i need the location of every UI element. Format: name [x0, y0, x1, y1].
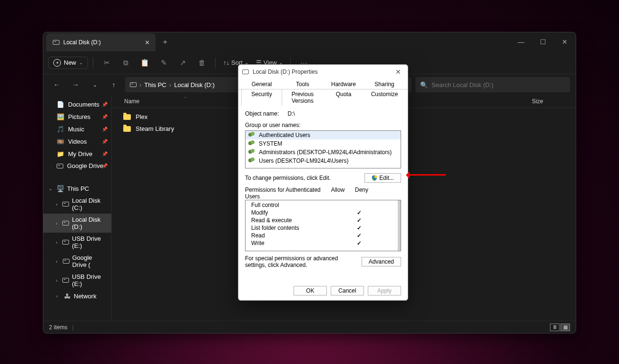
properties-tab[interactable]: Tools [282, 79, 323, 89]
item-count: 2 items [49, 324, 68, 331]
group-item[interactable]: SYSTEM [246, 139, 401, 148]
window-tab[interactable]: Local Disk (D:) ✕ [46, 33, 156, 51]
scrollbar[interactable] [398, 200, 401, 251]
properties-tab[interactable]: Customize [364, 89, 405, 106]
tree-item[interactable]: ›Google Drive ( [43, 252, 111, 271]
close-button[interactable]: ✕ [554, 32, 576, 51]
details-view-toggle[interactable]: ≣ [550, 324, 560, 331]
tree-root-this-pc[interactable]: ⌄ 🖥️ This PC [43, 182, 111, 195]
chevron-right-icon[interactable]: › [54, 294, 60, 299]
chevron-right-icon[interactable]: › [54, 240, 59, 245]
drive-icon [62, 219, 69, 227]
permissions-list[interactable]: Full controlModify✓Read & execute✓List f… [245, 200, 401, 251]
back-button[interactable]: ← [49, 77, 64, 92]
search-box[interactable]: 🔍 [415, 77, 570, 92]
ok-button[interactable]: OK [294, 286, 327, 295]
qa-label: Music [68, 126, 84, 133]
separator [215, 58, 216, 68]
permission-row: Read✓ [246, 232, 401, 239]
paste-icon[interactable]: 📋 [136, 55, 153, 70]
quick-access-item[interactable]: 🖼️Pictures📌 [43, 110, 111, 123]
large-icons-toggle[interactable]: ▦ [560, 324, 570, 331]
chevron-right-icon[interactable]: › [54, 202, 59, 207]
advanced-text: For special permissions or advanced sett… [245, 255, 358, 268]
quick-access-item[interactable]: Google Drive📌 [43, 160, 111, 172]
navigation-pane: 📄Documents📌🖼️Pictures📌🎵Music📌🎞️Videos📌📁M… [43, 95, 112, 321]
separator: | [72, 324, 74, 331]
properties-tab[interactable]: Quota [323, 89, 364, 106]
allow-header: Allow [326, 187, 350, 200]
chevron-right-icon[interactable]: › [54, 259, 59, 264]
tree-item[interactable]: ›Local Disk (D:) [43, 214, 111, 233]
allow-check: ✓ [347, 240, 371, 246]
up-chevron-icon[interactable]: ⌄ [87, 77, 102, 92]
tree-item[interactable]: ›🖧Network [43, 290, 111, 302]
group-list[interactable]: Authenticated UsersSYSTEMAdministrators … [245, 130, 401, 168]
quick-access-item[interactable]: 🎵Music📌 [43, 123, 111, 135]
properties-tab[interactable]: Sharing [364, 79, 405, 89]
new-button[interactable]: ＋ New ⌄ [48, 57, 88, 69]
dialog-buttons: OK Cancel Apply [238, 281, 408, 300]
pin-icon: 📌 [102, 102, 108, 107]
new-label: New [64, 59, 76, 66]
delete-icon[interactable]: 🗑 [193, 55, 210, 70]
group-name: SYSTEM [259, 140, 282, 147]
column-size[interactable]: Size [532, 98, 570, 105]
qa-label: Documents [68, 101, 99, 108]
chevron-right-icon[interactable]: › [54, 221, 59, 226]
group-item[interactable]: Users (DESKTOP-LM924L4\Users) [246, 157, 401, 165]
tree-item[interactable]: ›USB Drive (E:) [43, 271, 111, 290]
permission-name: List folder contents [251, 225, 347, 231]
edit-button[interactable]: Edit... [364, 173, 401, 183]
apply-button[interactable]: Apply [368, 286, 401, 295]
pin-icon: 📌 [102, 127, 108, 132]
copy-icon[interactable]: ⧉ [117, 55, 134, 70]
breadcrumb-root[interactable]: This PC [144, 81, 166, 89]
advanced-button[interactable]: Advanced [362, 257, 401, 266]
permission-row: List folder contents✓ [246, 224, 401, 232]
properties-tab[interactable]: Hardware [323, 79, 364, 89]
allow-check [347, 202, 371, 208]
pin-icon: 📌 [102, 151, 108, 157]
dialog-titlebar: Local Disk (D:) Properties ✕ [238, 65, 408, 79]
share-icon[interactable]: ↗ [174, 55, 191, 70]
object-name-label: Object name: [245, 110, 279, 117]
group-item[interactable]: Administrators (DESKTOP-LM924L4\Administ… [246, 148, 401, 157]
qa-icon: 🎞️ [57, 138, 64, 145]
security-tab-body: Object name: D:\ Group or user names: Au… [238, 106, 408, 281]
tab-close-icon[interactable]: ✕ [145, 39, 150, 46]
rename-icon[interactable]: ✎ [155, 55, 172, 70]
properties-tab[interactable]: Previous Versions [282, 89, 323, 106]
pin-icon: 📌 [102, 139, 108, 144]
tree-label: USB Drive (E:) [72, 235, 108, 249]
group-item[interactable]: Authenticated Users [246, 131, 401, 139]
group-name: Authenticated Users [259, 132, 310, 138]
quick-access-item[interactable]: 🎞️Videos📌 [43, 135, 111, 148]
cut-icon[interactable]: ✂ [98, 55, 115, 70]
chevron-right-icon[interactable]: › [54, 278, 59, 283]
quick-access-item[interactable]: 📁My Drive📌 [43, 148, 111, 160]
tree-label: Google Drive ( [72, 254, 108, 268]
qa-label: Videos [68, 138, 87, 145]
forward-button[interactable]: → [68, 77, 83, 92]
disk-icon [53, 40, 59, 45]
breadcrumb-current[interactable]: Local Disk (D:) [174, 81, 215, 89]
properties-tab[interactable]: Security [241, 89, 282, 106]
file-name: Steam Library [136, 125, 174, 132]
cancel-button[interactable]: Cancel [331, 286, 364, 295]
dialog-close-icon[interactable]: ✕ [393, 68, 404, 76]
up-button[interactable]: ↑ [106, 77, 121, 92]
maximize-button[interactable]: ☐ [532, 32, 554, 51]
search-input[interactable] [432, 81, 565, 89]
properties-tab[interactable]: General [241, 79, 282, 89]
tree-label: Local Disk (C:) [72, 197, 108, 211]
deny-header: Deny [350, 187, 373, 200]
qa-label: My Drive [68, 150, 92, 157]
new-tab-button[interactable]: ＋ [156, 32, 175, 51]
chevron-down-icon[interactable]: ⌄ [47, 186, 54, 191]
tree-item[interactable]: ›Local Disk (C:) [43, 195, 111, 214]
minimize-button[interactable]: — [510, 32, 532, 51]
quick-access-item[interactable]: 📄Documents📌 [43, 98, 111, 110]
drive-icon [57, 164, 63, 168]
tree-item[interactable]: ›USB Drive (E:) [43, 233, 111, 252]
